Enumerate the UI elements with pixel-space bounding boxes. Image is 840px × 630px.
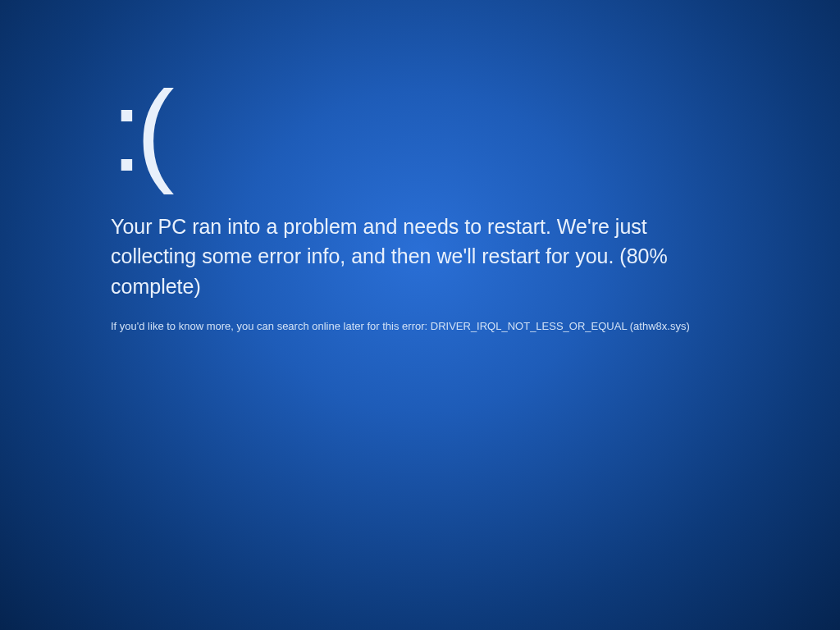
error-message: Your PC ran into a problem and needs to …	[111, 212, 701, 301]
error-detail: If you'd like to know more, you can sear…	[111, 319, 734, 334]
sad-face-emoticon: :(	[111, 74, 840, 189]
